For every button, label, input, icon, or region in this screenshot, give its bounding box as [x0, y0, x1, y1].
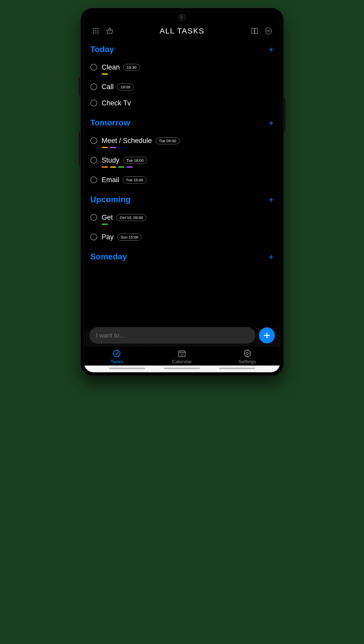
- book-icon[interactable]: [249, 26, 260, 36]
- task-tags: [102, 224, 274, 225]
- task-checkbox[interactable]: [90, 234, 97, 240]
- nav-settings-label: Settings: [238, 359, 256, 365]
- nav-calendar[interactable]: 30 Calendar: [149, 349, 215, 365]
- svg-point-1: [95, 28, 96, 30]
- svg-point-2: [97, 28, 98, 30]
- task-body: Clean19:30: [102, 63, 274, 75]
- add-task-button[interactable]: [259, 327, 275, 343]
- task-time-pill: Oct 10, 09:00: [116, 214, 146, 221]
- task-tags: [102, 166, 274, 168]
- task-checkbox[interactable]: [90, 214, 97, 221]
- task-line: Call18:00: [102, 83, 274, 91]
- svg-point-8: [97, 32, 98, 34]
- section-title[interactable]: Tomorrow: [90, 118, 130, 128]
- task-line: GetOct 10, 09:00: [102, 214, 274, 222]
- task-row[interactable]: Clean19:30: [90, 59, 274, 78]
- task-checkbox[interactable]: [90, 100, 97, 106]
- svg-text:30: 30: [180, 353, 184, 357]
- nav-settings[interactable]: Settings: [215, 349, 280, 365]
- task-tag-dot: [102, 224, 108, 225]
- task-body: Meet / ScheduleTue 09:00: [102, 137, 274, 148]
- basket-icon[interactable]: [104, 26, 115, 36]
- task-line: EmailTue 15:00: [102, 176, 274, 184]
- svg-point-0: [93, 28, 94, 30]
- task-time-pill: Tue 18:00: [123, 157, 147, 164]
- task-list[interactable]: Today+Clean19:30Call18:00Check TvTomorro…: [84, 39, 280, 324]
- task-line: Clean19:30: [102, 63, 274, 71]
- section-title[interactable]: Someday: [90, 252, 127, 261]
- svg-point-7: [95, 32, 96, 34]
- section-add-button[interactable]: +: [269, 195, 274, 204]
- task-tag-dot: [102, 147, 108, 148]
- quick-add-bar: I want to...: [84, 324, 280, 346]
- task-body: PaySun 15:00: [102, 233, 274, 241]
- section-header-tomorrow: Tomorrow+: [90, 118, 274, 128]
- task-tag-dot: [102, 166, 108, 168]
- task-body: EmailTue 15:00: [102, 176, 274, 184]
- section-header-someday: Someday+: [90, 252, 274, 261]
- nav-tasks[interactable]: Tasks: [84, 349, 149, 365]
- section-title[interactable]: Today: [90, 45, 114, 54]
- svg-point-10: [266, 31, 267, 31]
- task-line: Meet / ScheduleTue 09:00: [102, 137, 274, 145]
- section-add-button[interactable]: +: [269, 118, 274, 127]
- task-checkbox[interactable]: [90, 137, 97, 144]
- svg-point-11: [268, 31, 269, 31]
- task-row[interactable]: EmailTue 15:00: [90, 171, 274, 188]
- task-tag-dot: [110, 147, 116, 148]
- task-row[interactable]: Check Tv: [90, 95, 274, 111]
- section-header-upcoming: Upcoming+: [90, 195, 274, 204]
- task-checkbox[interactable]: [90, 64, 97, 71]
- task-checkbox[interactable]: [90, 176, 97, 183]
- task-row[interactable]: StudyTue 18:00: [90, 152, 274, 171]
- bottom-nav: Tasks 30 Calendar Settings: [84, 346, 280, 366]
- task-row[interactable]: GetOct 10, 09:00: [90, 209, 274, 228]
- task-checkbox[interactable]: [90, 83, 97, 90]
- section-title[interactable]: Upcoming: [90, 195, 131, 204]
- grid-menu-icon[interactable]: [90, 26, 101, 36]
- task-label: Get: [102, 214, 113, 222]
- system-nav-bar: [84, 366, 280, 372]
- task-body: Check Tv: [102, 99, 274, 107]
- task-label: Check Tv: [102, 99, 131, 107]
- task-line: PaySun 15:00: [102, 233, 274, 241]
- svg-point-12: [269, 31, 270, 31]
- task-label: Study: [102, 156, 120, 164]
- nav-calendar-label: Calendar: [172, 359, 192, 365]
- task-body: Call18:00: [102, 83, 274, 91]
- task-time-pill: Tue 15:00: [123, 176, 147, 183]
- task-time-pill: Tue 09:00: [156, 137, 180, 144]
- section-add-button[interactable]: +: [269, 45, 274, 54]
- device-side-button: [284, 98, 285, 131]
- task-line: StudyTue 18:00: [102, 156, 274, 164]
- section-header-today: Today+: [90, 45, 274, 54]
- svg-point-16: [246, 352, 249, 355]
- svg-point-4: [95, 30, 96, 32]
- device-frame: ALL TASKS Today+Clean19:30Call18:00Check…: [80, 8, 284, 376]
- section-add-button[interactable]: +: [269, 252, 274, 261]
- task-tag-dot: [102, 73, 108, 75]
- task-time-pill: 18:00: [117, 83, 134, 90]
- task-row[interactable]: PaySun 15:00: [90, 228, 274, 245]
- task-tags: [102, 147, 274, 148]
- device-camera: [179, 14, 186, 21]
- task-line: Check Tv: [102, 99, 274, 107]
- more-icon[interactable]: [263, 26, 274, 36]
- task-time-pill: 19:30: [123, 64, 140, 71]
- device-side-button: [79, 131, 80, 165]
- task-checkbox[interactable]: [90, 157, 97, 164]
- task-tag-dot: [118, 166, 124, 168]
- page-title: ALL TASKS: [118, 27, 246, 35]
- svg-point-6: [93, 32, 94, 34]
- task-tags: [102, 73, 274, 75]
- task-label: Meet / Schedule: [102, 137, 152, 145]
- quick-add-input[interactable]: I want to...: [89, 327, 255, 344]
- task-label: Email: [102, 176, 119, 184]
- task-label: Call: [102, 83, 114, 91]
- task-time-pill: Sun 15:00: [117, 234, 141, 241]
- device-side-button: [79, 77, 80, 95]
- task-label: Clean: [102, 63, 120, 71]
- task-row[interactable]: Meet / ScheduleTue 09:00: [90, 132, 274, 152]
- nav-tasks-label: Tasks: [111, 359, 123, 365]
- task-row[interactable]: Call18:00: [90, 78, 274, 95]
